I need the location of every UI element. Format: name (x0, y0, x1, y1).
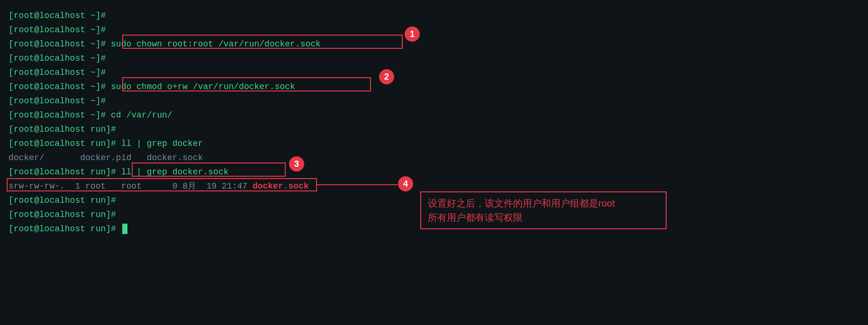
shell-prompt: [root@localhost run]# (9, 222, 116, 236)
shell-prompt: [root@localhost ~]# (9, 108, 106, 122)
shell-prompt: [root@localhost ~]# (9, 94, 106, 108)
prompt-line: [root@localhost ~]# (9, 23, 859, 37)
chown-command: sudo chown root:root /var/run/docker.soc… (111, 37, 321, 51)
shell-prompt: [root@localhost run]# (9, 122, 116, 136)
shell-prompt: [root@localhost run]# (9, 193, 116, 208)
prompt-line: [root@localhost run]# ll | grep docker (9, 136, 859, 151)
callout-line-1: 设置好之后，该文件的用户和用户组都是root (428, 196, 659, 210)
ll-grep-dockersock-command: ll | grep docker.sock (121, 165, 229, 179)
shell-prompt: [root@localhost ~]# (9, 65, 106, 80)
prompt-line: [root@localhost ~]# (9, 9, 859, 23)
cursor-icon (122, 224, 127, 234)
prompt-line: [root@localhost ~]# cd /var/run/ (9, 108, 859, 122)
prompt-line: [root@localhost run]# (9, 122, 859, 136)
shell-prompt: [root@localhost run]# (9, 208, 116, 222)
prompt-line: [root@localhost run]# ll | grep docker.s… (9, 165, 859, 179)
cd-command: cd /var/run/ (111, 108, 172, 122)
shell-prompt: [root@localhost run]# (9, 165, 116, 179)
docker-files-output: docker/ docker.pid docker.sock (9, 151, 203, 165)
shell-prompt: [root@localhost ~]# (9, 80, 106, 94)
callout-line-2: 所有用户都有读写权限 (428, 210, 659, 225)
prompt-line: [root@localhost ~]# sudo chown root:root… (9, 37, 859, 51)
permissions-output: srw-rw-rw-. 1 root root 0 8月 19 21:47 (9, 179, 253, 193)
dockersock-filename: docker.sock (253, 179, 309, 193)
prompt-line: [root@localhost ~]# (9, 65, 859, 80)
ll-grep-docker-command: ll | grep docker (121, 136, 203, 151)
prompt-line: [root@localhost ~]# (9, 94, 859, 108)
chmod-command: sudo chmod o+rw /var/run/docker.sock (111, 80, 295, 94)
prompt-line: [root@localhost ~]# sudo chmod o+rw /var… (9, 80, 859, 94)
shell-prompt: [root@localhost ~]# (9, 51, 106, 65)
shell-prompt: [root@localhost ~]# (9, 23, 106, 37)
prompt-line: [root@localhost ~]# (9, 51, 859, 65)
shell-prompt: [root@localhost ~]# (9, 9, 106, 23)
shell-prompt: [root@localhost run]# (9, 136, 116, 151)
annotation-callout: 设置好之后，该文件的用户和用户组都是root 所有用户都有读写权限 (420, 191, 667, 229)
shell-prompt: [root@localhost ~]# (9, 37, 106, 51)
output-line: docker/ docker.pid docker.sock (9, 151, 859, 165)
